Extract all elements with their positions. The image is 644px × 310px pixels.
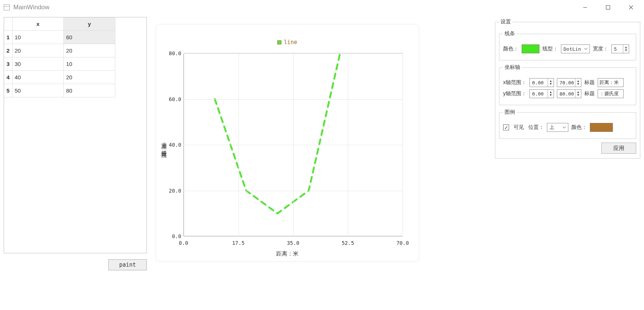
table-row-header[interactable]: 5 <box>4 84 12 97</box>
legend-settings-title: 图例 <box>503 109 516 116</box>
legend-visible-checkbox[interactable] <box>503 124 509 130</box>
x-title-input[interactable]: 距离：米 <box>598 78 624 87</box>
y-max-value: 80.00 <box>559 91 575 97</box>
table-cell-x[interactable]: 40 <box>12 71 64 84</box>
data-table[interactable]: x y 1106022020330104402055080 <box>4 17 115 97</box>
x-max-spin[interactable]: 70.00 ▲▼ <box>557 78 581 87</box>
x-title-value: 距离：米 <box>600 79 619 86</box>
spin-arrows-icon: ▲▼ <box>548 90 554 98</box>
spin-arrows-icon: ▲▼ <box>623 45 629 53</box>
spin-arrows-icon: ▲▼ <box>575 90 581 98</box>
line-style-value: DotLin <box>564 46 581 52</box>
table-cell-x[interactable]: 10 <box>12 31 64 44</box>
table-corner <box>4 17 12 31</box>
table-row-header[interactable]: 4 <box>4 71 12 84</box>
chart-y-tick: 60.0 <box>166 96 181 102</box>
settings-group: 设置 线条 颜色： 线型： DotLin 宽度： 5 ▲▼ <box>495 19 640 159</box>
table-cell-x[interactable]: 50 <box>12 84 64 97</box>
axis-settings-group: 坐标轴 x轴范围： 0.00 ▲▼ 70.00 ▲▼ 标题 距离：米 <box>499 64 636 105</box>
legend-swatch-icon <box>277 40 281 44</box>
line-style-label: 线型： <box>542 46 558 52</box>
x-min-value: 0.00 <box>532 80 548 86</box>
legend-visible-label: 可见 <box>513 124 524 131</box>
chart-legend: line <box>156 39 419 46</box>
spin-arrows-icon: ▲▼ <box>548 79 554 87</box>
legend-color-label: 颜色： <box>571 124 587 131</box>
table-row[interactable]: 11060 <box>4 31 115 44</box>
legend-position-combo[interactable]: 上 <box>547 123 568 132</box>
table-row-header[interactable]: 2 <box>4 44 12 57</box>
x-range-label: x轴范围： <box>503 79 526 86</box>
line-color-label: 颜色： <box>503 46 519 52</box>
chart-y-tick: 0.0 <box>166 233 181 239</box>
svg-rect-0 <box>606 6 610 9</box>
legend-color-picker[interactable] <box>590 123 613 132</box>
window-titlebar: MainWindow <box>0 0 644 15</box>
line-settings-title: 线条 <box>503 30 516 37</box>
chart-x-tick: 70.0 <box>396 240 409 246</box>
table-row-header[interactable]: 3 <box>4 57 12 71</box>
table-cell-y[interactable]: 60 <box>64 31 115 44</box>
chart-x-tick: 35.0 <box>287 240 300 246</box>
table-cell-x[interactable]: 20 <box>12 44 64 57</box>
line-settings-group: 线条 颜色： 线型： DotLin 宽度： 5 ▲▼ <box>499 30 636 60</box>
chart-card: line 温度：摄氏度 0.017.535.052.570.00.020.040… <box>156 24 419 261</box>
table-cell-x[interactable]: 30 <box>12 57 64 71</box>
table-cell-y[interactable]: 20 <box>64 71 115 84</box>
legend-series-label: line <box>284 39 297 46</box>
chart-x-tick: 17.5 <box>232 240 245 246</box>
chart-x-axis-label: 距离：米 <box>156 250 419 257</box>
y-title-label: 标题 <box>584 90 595 97</box>
legend-position-value: 上 <box>549 124 554 131</box>
table-cell-y[interactable]: 20 <box>64 44 115 57</box>
window-maximize-button[interactable] <box>600 2 617 13</box>
chevron-down-icon <box>561 126 567 129</box>
legend-position-label: 位置： <box>528 124 544 131</box>
table-cell-y[interactable]: 10 <box>64 57 115 71</box>
table-row[interactable]: 44020 <box>4 71 115 84</box>
spin-arrows-icon: ▲▼ <box>575 79 581 87</box>
table-header-x[interactable]: x <box>12 17 64 31</box>
chart-x-tick: 52.5 <box>341 240 354 246</box>
window-title: MainWindow <box>13 4 49 11</box>
chevron-down-icon <box>583 47 589 51</box>
table-row[interactable]: 55080 <box>4 84 115 97</box>
chart-x-tick: 0.0 <box>179 240 188 246</box>
y-max-spin[interactable]: 80.00 ▲▼ <box>557 89 581 98</box>
app-icon <box>4 4 10 10</box>
line-width-spin[interactable]: 5 ▲▼ <box>611 44 629 53</box>
axis-settings-title: 坐标轴 <box>503 64 522 71</box>
y-min-value: 0.00 <box>532 91 548 97</box>
table-cell-y[interactable]: 80 <box>64 84 115 97</box>
apply-button[interactable]: 应用 <box>601 143 636 154</box>
chart-plot-area: 0.017.535.052.570.00.020.040.060.080.0 <box>184 53 403 236</box>
data-table-container: x y 1106022020330104402055080 <box>4 17 147 253</box>
line-width-label: 宽度： <box>593 46 608 52</box>
line-color-picker[interactable] <box>522 44 539 53</box>
x-max-value: 70.00 <box>559 80 575 86</box>
y-title-value: ：摄氏度 <box>600 90 619 97</box>
x-title-label: 标题 <box>584 79 595 86</box>
table-row[interactable]: 33010 <box>4 57 115 71</box>
paint-button[interactable]: paint <box>108 259 147 270</box>
chart-y-tick: 20.0 <box>166 188 181 194</box>
window-close-button[interactable] <box>622 2 640 13</box>
y-min-spin[interactable]: 0.00 ▲▼ <box>529 89 554 98</box>
window-minimize-button[interactable] <box>577 2 594 13</box>
chart-y-tick: 80.0 <box>166 50 181 56</box>
x-min-spin[interactable]: 0.00 ▲▼ <box>529 78 554 87</box>
table-row-header[interactable]: 1 <box>4 31 12 44</box>
legend-settings-group: 图例 可见 位置： 上 颜色： <box>499 109 636 139</box>
line-style-combo[interactable]: DotLin <box>561 44 590 53</box>
chart-y-tick: 40.0 <box>166 142 181 148</box>
y-range-label: y轴范围： <box>503 90 526 97</box>
y-title-input[interactable]: ：摄氏度 <box>598 89 624 98</box>
table-header-y[interactable]: y <box>64 17 115 31</box>
table-row[interactable]: 22020 <box>4 44 115 57</box>
settings-group-title: 设置 <box>499 19 512 25</box>
line-width-value: 5 <box>614 46 623 52</box>
